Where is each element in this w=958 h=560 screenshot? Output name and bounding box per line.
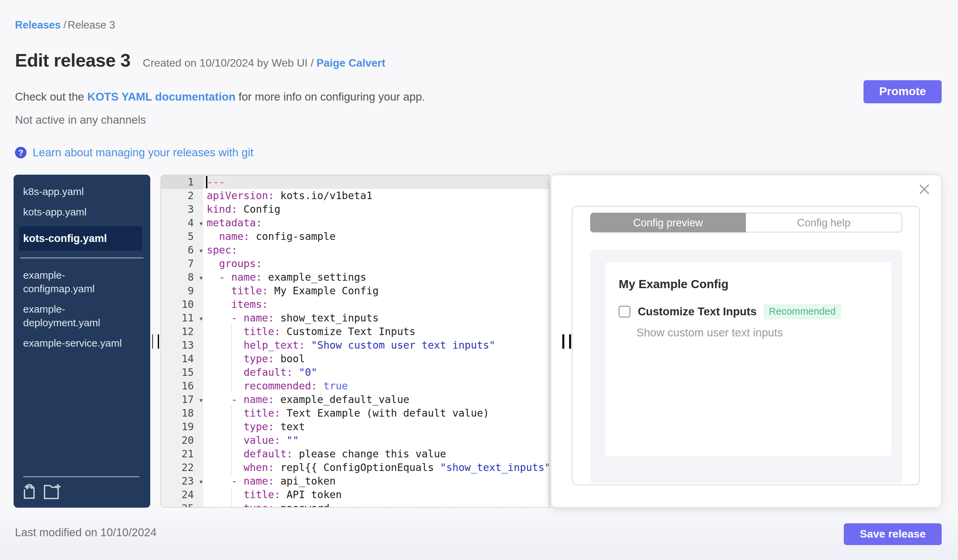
breadcrumb-separator: / <box>63 19 66 30</box>
code-text: items: <box>203 298 549 311</box>
line-number: 9 <box>161 284 203 298</box>
file-item-kots-app.yaml[interactable]: kots-app.yaml <box>14 202 141 222</box>
new-folder-icon[interactable] <box>43 484 62 500</box>
fold-toggle-icon[interactable]: ▾ <box>200 394 203 407</box>
tab-config-help[interactable]: Config help <box>746 213 902 233</box>
code-text: recommended: true <box>203 379 549 393</box>
docs-text-before: Check out the <box>15 90 87 103</box>
yaml-editor[interactable]: 1---2apiVersion: kots.io/v1beta13kind: C… <box>160 175 549 508</box>
code-line-21: 21 default: please change this value <box>161 447 549 461</box>
fold-toggle-icon[interactable]: ▾ <box>200 217 203 230</box>
editor-cursor <box>206 176 207 188</box>
code-text: - name: example_default_value <box>203 393 549 407</box>
fold-toggle-icon[interactable]: ▾ <box>200 271 203 285</box>
file-item-example-service.yaml[interactable]: example-service.yaml <box>14 333 141 353</box>
close-icon[interactable] <box>918 184 930 195</box>
line-number: 11▾ <box>161 311 203 325</box>
preview-resize-handle[interactable] <box>560 332 573 350</box>
breadcrumb-current: Release 3 <box>68 19 115 30</box>
breadcrumb-releases-link[interactable]: Releases <box>15 19 60 30</box>
code-line-7: 7 groups: <box>161 257 549 271</box>
code-line-20: 20 value: "" <box>161 433 549 447</box>
code-text: spec: <box>203 243 549 257</box>
code-line-18: 18 title: Text Example (with default val… <box>161 407 549 420</box>
code-line-10: 10 items: <box>161 298 549 311</box>
line-number: 18 <box>161 407 203 420</box>
author-link[interactable]: Paige Calvert <box>317 57 385 69</box>
line-number: 23▾ <box>161 475 203 488</box>
fold-toggle-icon[interactable]: ▾ <box>200 312 203 326</box>
file-sidebar: k8s-app.yamlkots-app.yamlkots-config.yam… <box>14 175 150 508</box>
code-line-14: 14 type: bool <box>161 352 549 365</box>
code-line-9: 9 title: My Example Config <box>161 284 549 298</box>
code-line-13: 13 help_text: "Show custom user text inp… <box>161 339 549 352</box>
code-text: title: My Example Config <box>203 284 549 298</box>
sidebar-resize-handle[interactable] <box>149 332 161 350</box>
customize-text-inputs-checkbox[interactable] <box>619 306 630 317</box>
tab-config-preview[interactable]: Config preview <box>590 213 746 233</box>
config-preview-box: Config preview Config help My Example Co… <box>572 206 920 485</box>
code-line-25: 25 type: password <box>161 501 549 508</box>
config-item-label[interactable]: Customize Text Inputs <box>638 305 757 318</box>
line-number: 21 <box>161 447 203 461</box>
code-line-4: 4▾metadata: <box>161 216 549 230</box>
line-number: 1 <box>161 176 203 189</box>
code-text: - name: example_settings <box>203 271 549 284</box>
question-mark-glyph: ? <box>18 148 24 157</box>
created-text: Created on 10/10/2024 by Web UI / <box>143 57 314 69</box>
code-text: default: "0" <box>203 365 549 379</box>
line-number: 25 <box>161 501 203 508</box>
help-circle-icon: ? <box>15 147 27 158</box>
new-file-icon[interactable] <box>22 484 37 500</box>
config-item-row: Customize Text Inputs Recommended <box>619 304 878 320</box>
title-row: Edit release 3 Created on 10/10/2024 by … <box>15 50 385 71</box>
line-number: 12 <box>161 325 203 339</box>
page: Releases/Release 3 Edit release 3 Create… <box>0 0 958 560</box>
git-releases-link[interactable]: Learn about managing your releases with … <box>33 146 253 159</box>
indent-guide <box>231 325 232 393</box>
code-lines: 1---2apiVersion: kots.io/v1beta13kind: C… <box>161 176 549 508</box>
config-preview-panel: Config preview Config help My Example Co… <box>551 175 942 508</box>
fold-toggle-icon[interactable]: ▾ <box>200 244 203 258</box>
config-group-card: My Example Config Customize Text Inputs … <box>605 262 891 456</box>
code-text: title: Text Example (with default value) <box>203 407 549 420</box>
code-line-19: 19 type: text <box>161 420 549 433</box>
line-number: 3 <box>161 202 203 216</box>
code-text: kind: Config <box>203 202 549 216</box>
save-release-button[interactable]: Save release <box>844 523 942 545</box>
code-text: title: Customize Text Inputs <box>203 325 549 339</box>
fold-toggle-icon[interactable]: ▾ <box>200 475 203 489</box>
code-line-11: 11▾ - name: show_text_inputs <box>161 311 549 325</box>
file-item-k8s-app.yaml[interactable]: k8s-app.yaml <box>14 182 141 202</box>
code-line-2: 2apiVersion: kots.io/v1beta1 <box>161 189 549 202</box>
code-line-3: 3kind: Config <box>161 202 549 216</box>
file-item-kots-config.yaml[interactable]: kots-config.yaml <box>19 226 142 251</box>
recommended-badge: Recommended <box>763 304 841 320</box>
code-line-23: 23▾ - name: api_token <box>161 475 549 488</box>
line-number: 17▾ <box>161 393 203 407</box>
file-item-example-configmap.yaml[interactable]: example-configmap.yaml <box>14 265 141 299</box>
line-number: 8▾ <box>161 271 203 284</box>
created-info: Created on 10/10/2024 by Web UI /Paige C… <box>143 57 385 69</box>
line-number: 16 <box>161 379 203 393</box>
file-item-example-deployment.yaml[interactable]: example-deployment.yaml <box>14 299 141 333</box>
line-number: 13 <box>161 339 203 352</box>
code-text: type: text <box>203 420 549 433</box>
indent-guide <box>231 488 232 507</box>
promote-button[interactable]: Promote <box>863 80 942 103</box>
channel-status: Not active in any channels <box>15 114 146 127</box>
code-text: help_text: "Show custom user text inputs… <box>203 339 549 352</box>
code-line-24: 24 title: API token <box>161 488 549 501</box>
line-number: 14 <box>161 352 203 365</box>
breadcrumb: Releases/Release 3 <box>15 19 115 31</box>
code-line-5: 5 name: config-sample <box>161 230 549 243</box>
line-number: 19 <box>161 420 203 433</box>
code-text: apiVersion: kots.io/v1beta1 <box>203 189 549 202</box>
config-tabs: Config preview Config help <box>590 213 902 233</box>
code-line-6: 6▾spec: <box>161 243 549 257</box>
code-line-22: 22 when: repl{{ ConfigOptionEquals "show… <box>161 461 549 475</box>
kots-docs-link[interactable]: KOTS YAML documentation <box>87 90 236 103</box>
sidebar-footer-divider <box>23 476 140 477</box>
code-text: - name: show_text_inputs <box>203 311 549 325</box>
code-text: title: API token <box>203 488 549 501</box>
